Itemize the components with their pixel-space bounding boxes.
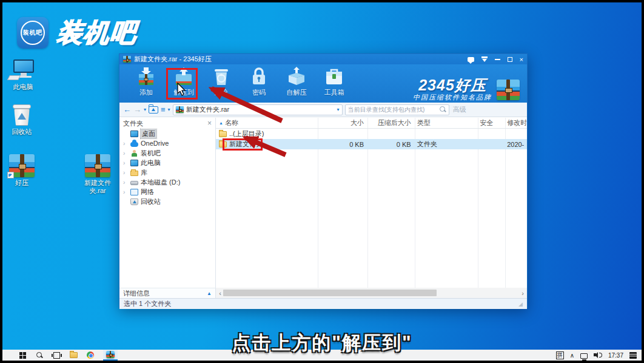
haozip-brand: 2345好压 中国压缩软件知名品牌	[413, 78, 520, 102]
file-row-parent-dir[interactable]: ..(上层目录)	[216, 129, 527, 139]
tree-item-desktop[interactable]: 桌面	[119, 129, 215, 138]
cloud-icon	[130, 142, 138, 147]
zhuangjiba-logo: 装机吧 装机吧	[17, 16, 137, 50]
feedback-icon[interactable]	[468, 55, 474, 64]
status-bar: 选中 1 个文件夹 ◢	[119, 298, 527, 309]
column-type[interactable]: 类型	[414, 118, 477, 128]
badge-text: 装机吧	[23, 29, 43, 37]
horizontal-scrollbar[interactable]: ‹ ›	[216, 288, 527, 298]
password-button[interactable]: 密码	[240, 67, 278, 100]
toolbar-button-label: 密码	[252, 88, 266, 97]
history-dropdown-icon[interactable]: ▾	[144, 107, 146, 112]
view-mode-button[interactable]: ≡	[161, 105, 166, 114]
tree-item-libraries[interactable]: › 库	[119, 168, 215, 177]
maximize-button[interactable]	[508, 55, 512, 64]
tree-item-network[interactable]: › 网络	[119, 187, 215, 197]
search-box[interactable]	[345, 104, 449, 115]
window-main: 文件夹 × 桌面 › OneDrive › 装机吧 › 此电脑	[119, 118, 527, 288]
desktop-icon-this-pc[interactable]: 此电脑	[0, 57, 47, 91]
view-dropdown-icon[interactable]: ▾	[168, 107, 170, 112]
this-pc-icon	[11, 59, 35, 81]
resize-grip[interactable]: ◢	[518, 301, 523, 307]
column-name[interactable]: ▲ 名称	[216, 118, 317, 128]
recycle-bin-icon	[130, 198, 138, 205]
haozip-window: 新建文件夹.rar - 2345好压 ×	[119, 53, 528, 308]
column-security[interactable]: 安全	[477, 118, 504, 128]
shortcut-arrow-icon	[7, 172, 14, 178]
navigation-bar: ← → ▾ ≡ ▾ 新建文件夹.rar ▾ 高级	[119, 103, 527, 117]
highlight-box-new-folder	[223, 138, 263, 151]
address-archive-icon	[176, 106, 184, 113]
details-panel-header[interactable]: 详细信息 ▲	[119, 288, 216, 298]
toolbox-button[interactable]: 工具箱	[315, 67, 353, 100]
lock-icon	[248, 67, 270, 86]
desktop-icon-haozip[interactable]: 好压	[0, 153, 45, 187]
toolbar-button-label: 自解压	[287, 88, 307, 97]
desktop-icon-rar-file[interactable]: 新建文件夹.rar	[74, 153, 121, 195]
close-panel-icon[interactable]: ×	[207, 119, 212, 127]
up-folder-button[interactable]	[149, 106, 158, 114]
window-titlebar[interactable]: 新建文件夹.rar - 2345好压 ×	[119, 54, 527, 64]
brand-tagline: 中国压缩软件知名品牌	[413, 93, 492, 102]
desktop-icon-label: 新建文件夹.rar	[79, 179, 116, 195]
address-dropdown-icon[interactable]: ▾	[337, 107, 340, 112]
delete-button[interactable]: 删除	[203, 67, 240, 100]
close-button[interactable]: ×	[520, 55, 523, 64]
address-text: 新建文件夹.rar	[186, 105, 230, 114]
window-app-icon	[123, 56, 131, 63]
file-list-header: ▲ 名称 大小 压缩后大小 类型 安全 修改时	[216, 118, 527, 129]
tree-item-local-disk-d[interactable]: › 本地磁盘 (D:)	[119, 177, 215, 187]
sort-asc-icon: ▲	[219, 121, 223, 125]
sfx-button[interactable]: 自解压	[278, 67, 315, 100]
tree-panel-title: 文件夹	[123, 119, 143, 128]
minimize-button[interactable]	[495, 55, 500, 64]
desktop-icon-recycle-bin[interactable]: 回收站	[0, 102, 45, 136]
brand-title: 2345好压	[413, 78, 492, 92]
toolbar-button-label: 删除	[215, 88, 228, 97]
back-button[interactable]: ←	[123, 105, 131, 114]
highlight-box-extract-button	[166, 68, 198, 100]
collapse-icon[interactable]: ▲	[207, 291, 212, 296]
desktop-icon-label: 好压	[0, 179, 45, 187]
rar-archive-icon	[85, 154, 110, 177]
tutorial-caption: 点击上方的"解压到"	[2, 330, 642, 356]
toolbar-button-label: 工具箱	[324, 88, 344, 97]
logo-wordmark: 装机吧	[56, 16, 139, 50]
self-extract-icon	[286, 67, 307, 86]
scrollbar-thumb[interactable]	[223, 290, 437, 296]
network-icon	[130, 189, 138, 195]
monitor-icon	[130, 131, 138, 137]
forward-button[interactable]: →	[133, 105, 141, 114]
search-icon[interactable]	[440, 106, 446, 113]
library-folder-icon	[130, 171, 138, 176]
recycle-bin-icon	[13, 104, 31, 126]
trash-icon	[210, 67, 232, 86]
column-size[interactable]: 大小	[317, 118, 367, 128]
address-bar[interactable]: 新建文件夹.rar ▾	[173, 104, 343, 115]
tree-item-user[interactable]: › 装机吧	[119, 148, 215, 158]
zhuangjiba-badge-icon: 装机吧	[17, 17, 49, 49]
add-button[interactable]: 添加	[127, 67, 165, 100]
tree-item-this-pc[interactable]: › 此电脑	[119, 158, 215, 168]
folder-tree-panel: 文件夹 × 桌面 › OneDrive › 装机吧 › 此电脑	[119, 118, 216, 288]
scroll-right-icon[interactable]: ›	[518, 290, 527, 297]
haozip-archive-icon	[9, 154, 35, 177]
tree-item-recycle-bin[interactable]: 回收站	[119, 197, 215, 206]
advanced-search-link[interactable]: 高级	[453, 105, 466, 114]
add-archive-icon	[135, 67, 157, 86]
selection-status: 选中 1 个文件夹	[124, 299, 171, 308]
window-title: 新建文件夹.rar - 2345好压	[134, 55, 212, 64]
desktop: 装机吧 装机吧 此电脑 回收站 好压 新建文件夹.rar	[2, 2, 642, 350]
disk-icon	[130, 181, 138, 185]
folder-icon	[219, 131, 227, 137]
column-packed-size[interactable]: 压缩后大小	[367, 118, 414, 128]
toolbar-button-label: 添加	[139, 88, 153, 97]
desktop-icon-label: 此电脑	[0, 83, 47, 91]
brand-archive-icon	[497, 80, 520, 100]
column-modified[interactable]: 修改时	[504, 118, 527, 128]
search-input[interactable]	[348, 106, 440, 113]
monitor-icon	[130, 160, 138, 166]
screen: 装机吧 装机吧 此电脑 回收站 好压 新建文件夹.rar	[0, 0, 644, 363]
tree-item-onedrive[interactable]: › OneDrive	[119, 138, 215, 148]
skin-icon[interactable]	[481, 55, 488, 64]
